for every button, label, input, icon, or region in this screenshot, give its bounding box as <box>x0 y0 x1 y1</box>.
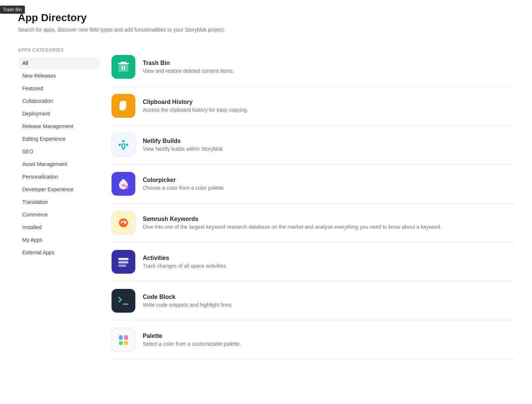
svg-point-4 <box>122 140 125 142</box>
svg-rect-11 <box>119 258 129 260</box>
content-area: Apps Categories AllNew ReleasesFeaturedC… <box>18 48 514 359</box>
app-name-palette: Palette <box>143 333 514 339</box>
app-icon-netlify-builds: n <box>112 133 135 157</box>
sidebar-item-commerce[interactable]: Commerce <box>18 209 100 221</box>
app-info-code-block: Code BlockWrite code snippets and highli… <box>143 294 514 308</box>
app-icon-code-block <box>112 289 135 313</box>
app-description-netlify-builds: View Netlify builds within Storyblok <box>143 146 514 152</box>
app-item-palette[interactable]: PaletteSelect a color from a customizabl… <box>112 320 514 359</box>
apps-container: Trash BinView and restore deleted conten… <box>112 48 514 359</box>
page-subtitle: Search for apps, discover new field type… <box>18 27 514 33</box>
sidebar-item-featured[interactable]: Featured <box>18 82 100 94</box>
sidebar: Apps Categories AllNew ReleasesFeaturedC… <box>18 48 100 359</box>
app-info-trash-bin: Trash BinView and restore deleted conten… <box>143 60 514 74</box>
app-icon-activities <box>112 250 135 274</box>
page-title: App Directory <box>18 12 514 24</box>
svg-rect-2 <box>120 102 125 110</box>
app-icon-colorpicker <box>112 172 135 196</box>
sidebar-item-personalization[interactable]: Personalization <box>18 171 100 183</box>
app-description-trash-bin: View and restore deleted content items. <box>143 68 514 74</box>
sidebar-item-deployment[interactable]: Deployment <box>18 108 100 120</box>
sidebar-item-collaboration[interactable]: Collaboration <box>18 95 100 107</box>
sidebar-item-release-management[interactable]: Release Management <box>18 120 100 132</box>
sidebar-item-installed[interactable]: Installed <box>18 221 100 233</box>
svg-point-8 <box>125 186 129 189</box>
app-icon-trash-bin <box>112 55 135 79</box>
svg-rect-17 <box>124 341 128 345</box>
app-info-activities: ActivitiesTrack changes of all space act… <box>143 255 514 269</box>
app-item-code-block[interactable]: Code BlockWrite code snippets and highli… <box>112 281 514 320</box>
app-name-netlify-builds: Netlify Builds <box>143 138 514 144</box>
sidebar-item-asset-management[interactable]: Asset Management <box>18 158 100 170</box>
svg-point-7 <box>126 144 128 146</box>
app-name-clipboard-history: Clipboard History <box>143 99 514 105</box>
app-item-colorpicker[interactable]: ColorpickerChoose a color from a color p… <box>112 164 514 203</box>
sidebar-item-editing-experience[interactable]: Editing Experience <box>18 133 100 145</box>
svg-rect-15 <box>124 335 128 340</box>
trash-bin-tooltip: Trash Bin <box>0 6 25 14</box>
app-description-colorpicker: Choose a color from a color palette <box>143 185 514 191</box>
app-description-code-block: Write code snippets and highlight lines <box>143 302 514 308</box>
sidebar-items-container: AllNew ReleasesFeaturedCollaborationDepl… <box>18 57 100 258</box>
sidebar-item-new-releases[interactable]: New Releases <box>18 70 100 82</box>
sidebar-item-all[interactable]: All <box>18 57 100 69</box>
app-info-semrush-keywords: Semrush KeywordsDive into one of the lar… <box>143 216 514 230</box>
app-info-clipboard-history: Clipboard HistoryAccess the clipboard hi… <box>143 99 514 113</box>
app-item-clipboard-history[interactable]: Clipboard HistoryAccess the clipboard hi… <box>112 87 514 126</box>
app-item-trash-bin[interactable]: Trash BinView and restore deleted conten… <box>112 48 514 87</box>
app-item-netlify-builds[interactable]: n Netlify BuildsView Netlify builds with… <box>112 126 514 164</box>
app-icon-palette <box>112 328 135 352</box>
page-header: App Directory Search for apps, discover … <box>18 12 514 33</box>
sidebar-item-developer-experience[interactable]: Developer Experience <box>18 183 100 195</box>
svg-point-5 <box>122 147 125 150</box>
app-item-activities[interactable]: ActivitiesTrack changes of all space act… <box>112 242 514 281</box>
apps-list: Trash BinView and restore deleted conten… <box>112 48 514 359</box>
app-info-netlify-builds: Netlify BuildsView Netlify builds within… <box>143 138 514 152</box>
app-description-clipboard-history: Access the clipboard history for easy co… <box>143 107 514 113</box>
sidebar-item-translation[interactable]: Translation <box>18 196 100 208</box>
sidebar-item-seo[interactable]: SEO <box>18 146 100 157</box>
app-icon-semrush-keywords <box>112 211 135 235</box>
app-description-semrush-keywords: Dive into one of the largest keyword res… <box>143 224 514 230</box>
app-description-palette: Select a color from a customizable palet… <box>143 341 514 347</box>
app-name-trash-bin: Trash Bin <box>143 60 514 66</box>
svg-rect-16 <box>119 341 123 345</box>
app-icon-clipboard-history <box>112 94 135 118</box>
app-info-palette: PaletteSelect a color from a customizabl… <box>143 333 514 347</box>
sidebar-item-external-apps[interactable]: External Apps <box>18 247 100 258</box>
app-name-semrush-keywords: Semrush Keywords <box>143 216 514 222</box>
svg-point-6 <box>119 144 121 146</box>
sidebar-categories-label: Apps Categories <box>18 48 100 53</box>
svg-rect-14 <box>119 335 123 340</box>
app-name-activities: Activities <box>143 255 514 261</box>
svg-rect-13 <box>119 265 126 267</box>
app-description-activities: Track changes of all space activities. <box>143 263 514 269</box>
svg-rect-0 <box>119 63 129 72</box>
page-wrapper: App Directory Search for apps, discover … <box>0 0 532 371</box>
app-item-semrush-keywords[interactable]: Semrush KeywordsDive into one of the lar… <box>112 203 514 242</box>
svg-rect-12 <box>119 261 129 264</box>
app-name-colorpicker: Colorpicker <box>143 177 514 183</box>
sidebar-item-my-apps[interactable]: My Apps <box>18 234 100 246</box>
app-name-code-block: Code Block <box>143 294 514 300</box>
app-info-colorpicker: ColorpickerChoose a color from a color p… <box>143 177 514 191</box>
